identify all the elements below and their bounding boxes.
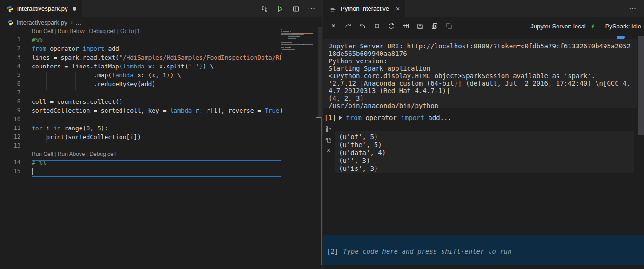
minimap[interactable] xyxy=(281,27,318,75)
indent-guide xyxy=(46,72,47,90)
export-notebook-icon[interactable] xyxy=(427,20,442,32)
output-line: (4, 2, 3) xyxy=(329,94,637,102)
line-number: 6 xyxy=(0,80,20,88)
cell-output-line: (u'data', 4) xyxy=(339,149,634,157)
input-placeholder: Type code here and press shift-enter to … xyxy=(343,248,511,255)
pyspark-status: PySpark: Idle xyxy=(605,23,642,30)
code-line[interactable]: 7 xyxy=(0,88,322,97)
code-line[interactable]: 15 xyxy=(0,167,322,176)
scrollbar-thumb[interactable] xyxy=(318,27,322,117)
code-line[interactable]: 6 .reduceByKey(add) xyxy=(0,80,322,88)
line-number: 13 xyxy=(0,141,20,150)
restart-kernel-icon[interactable] xyxy=(384,20,398,32)
output-line: Starting Spark application xyxy=(329,65,637,72)
code-line[interactable]: 11for i in range(0, 5): xyxy=(0,124,322,133)
tab-interactivespark[interactable]: interactivespark.py xyxy=(0,0,82,17)
redo-icon[interactable] xyxy=(341,20,355,32)
code-line[interactable]: 9sortedCollection = sorted(coll, key = l… xyxy=(0,106,322,115)
line-number: 8 xyxy=(0,97,20,106)
split-editor-icon[interactable] xyxy=(292,5,300,13)
cell-delimiter-line xyxy=(32,160,281,161)
connected-icon xyxy=(590,23,597,29)
code-line[interactable]: 1#%% xyxy=(0,35,322,44)
modified-dot-icon[interactable] xyxy=(73,7,76,11)
cell-header[interactable]: [1] from operator import add... xyxy=(324,114,452,121)
line-number: 9 xyxy=(0,106,20,115)
vscode-window: interactivespark.py ⋯ interactivesp xyxy=(0,0,644,269)
code-line[interactable]: 4counters = lines.flatMap(lambda x: x.sp… xyxy=(0,62,322,71)
remove-cell-icon[interactable]: × xyxy=(325,147,332,154)
activity-indicator xyxy=(617,36,625,39)
close-icon[interactable]: × xyxy=(396,5,400,13)
run-file-icon[interactable] xyxy=(276,5,284,13)
expand-cell-icon[interactable] xyxy=(339,115,342,120)
panel-tab-bar: Python Interactive × ⋯ xyxy=(323,0,644,17)
line-number: 2 xyxy=(0,44,20,53)
tab-title: interactivespark.py xyxy=(17,5,67,12)
code-line[interactable]: 5 .map(lambda x: (x, 1)) \ xyxy=(0,71,322,80)
output-line: /usr/bin/anaconda/bin/python xyxy=(329,102,637,109)
copy-icon xyxy=(442,20,456,32)
python-file-icon xyxy=(6,5,14,13)
chevron-right-icon: › xyxy=(70,19,73,26)
editor-group: interactivespark.py ⋯ interactivesp xyxy=(0,0,322,269)
input-prompt: [2] xyxy=(327,248,338,255)
cell-output: (u'of', 5)(u'the', 5)(u'data', 4)(u'', 3… xyxy=(335,131,634,173)
interactive-toolbar: × xyxy=(323,17,644,35)
output-line: Python version: xyxy=(329,57,637,65)
cell-collapse-handle[interactable] xyxy=(316,117,321,118)
breadcrumb-file[interactable]: interactivespark.py xyxy=(17,19,67,26)
code-line[interactable]: 13 xyxy=(0,141,322,150)
breadcrumb-more[interactable]: ... xyxy=(76,19,81,26)
tab-python-interactive[interactable]: Python Interactive × xyxy=(323,0,405,17)
cell-collapse-bar xyxy=(321,117,322,265)
goto-code-icon[interactable] xyxy=(325,125,332,133)
save-icon[interactable] xyxy=(413,20,427,32)
interrupt-kernel-icon[interactable] xyxy=(369,20,384,32)
editor-title-actions: ⋯ xyxy=(260,0,322,17)
output-line: '2.7.12 |Anaconda custom (64-bit)| (defa… xyxy=(329,80,637,87)
code-input-box[interactable]: [2] Type code here and press shift-enter… xyxy=(323,235,644,265)
line-number: 12 xyxy=(0,133,20,141)
cell-output-line: (u'the', 5) xyxy=(339,141,634,149)
interactive-panel: Python Interactive × ⋯ × xyxy=(323,0,644,269)
code-editor[interactable]: Run Cell | Run Below | Debug cell | Go t… xyxy=(0,27,322,269)
jupyter-output-log: Jupyter Server URI: http://localhost:888… xyxy=(323,39,637,108)
codelens[interactable]: Run Cell | Run Below | Debug cell | Go t… xyxy=(32,27,322,35)
line-number: 11 xyxy=(0,124,20,133)
more-actions-icon[interactable]: ⋯ xyxy=(308,4,315,13)
line-number: 5 xyxy=(0,71,20,80)
clear-all-icon[interactable]: × xyxy=(326,20,341,32)
line-number: 14 xyxy=(0,158,20,167)
cell-output-line: (u'of', 5) xyxy=(339,133,634,141)
panel-more-actions-icon[interactable]: ⋯ xyxy=(629,4,637,13)
undo-icon[interactable] xyxy=(355,20,369,32)
kernel-status-area: Jupyter Server: local PySpark: Idle xyxy=(530,20,644,32)
code-line[interactable]: 12 print(sortedCollection[i]) xyxy=(0,133,322,141)
output-line: 4.7 20120313 (Red Hat 4.4.7-1)] xyxy=(329,87,637,94)
code-line[interactable]: 10 xyxy=(0,115,322,124)
line-number: 1 xyxy=(0,35,20,44)
open-changes-icon[interactable] xyxy=(260,5,268,13)
line-number: 4 xyxy=(0,62,20,71)
jupyter-server-label[interactable]: Jupyter Server: local xyxy=(530,23,586,30)
cell-delimiter-line xyxy=(32,176,281,177)
indent-guide xyxy=(75,72,76,90)
editor-tab-bar: interactivespark.py ⋯ xyxy=(0,0,322,17)
indent-guide xyxy=(90,72,90,90)
panel-scrollbar-thumb[interactable] xyxy=(638,36,644,135)
output-line: Jupyter Server URI: http://localhost:888… xyxy=(329,42,637,50)
line-number: 3 xyxy=(0,53,20,62)
copy-code-icon[interactable] xyxy=(325,136,332,143)
breadcrumb[interactable]: interactivespark.py › ... xyxy=(0,17,322,27)
variable-explorer-icon[interactable] xyxy=(398,20,413,32)
text-cursor xyxy=(32,168,33,175)
python-file-icon xyxy=(7,20,13,26)
cell-code[interactable]: from operator import add... xyxy=(346,114,452,121)
codelens[interactable]: Run Cell | Run Above | Debug cell xyxy=(32,150,322,158)
cell-prompt: [1] xyxy=(324,114,336,121)
code-line[interactable]: 2from operator import add xyxy=(0,44,322,53)
line-number: 7 xyxy=(0,88,20,97)
code-line[interactable]: 8coll = counters.collect() xyxy=(0,97,322,106)
code-line[interactable]: 3lines = spark.read.text("/HdiSamples/Hd… xyxy=(0,53,322,62)
